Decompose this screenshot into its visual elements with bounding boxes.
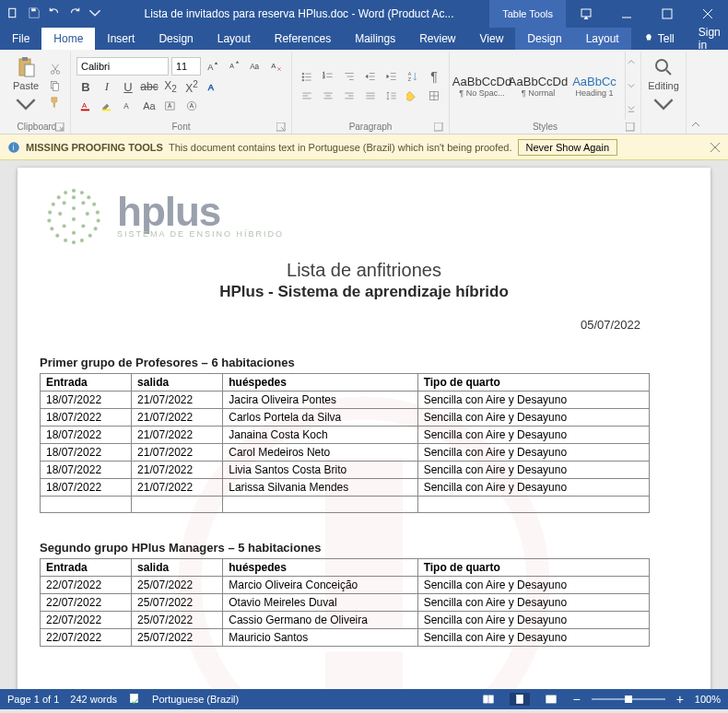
zoom-slider[interactable] bbox=[592, 698, 665, 700]
shrink-font-icon[interactable]: A bbox=[225, 58, 243, 75]
cell[interactable]: 25/07/2022 bbox=[132, 629, 223, 647]
status-language[interactable]: Portuguese (Brazil) bbox=[152, 694, 239, 705]
table-row[interactable]: 18/07/202221/07/2022Larissa Silvania Men… bbox=[41, 479, 650, 497]
cell[interactable]: Mauricio Santos bbox=[223, 629, 417, 647]
read-mode-icon[interactable] bbox=[478, 693, 499, 706]
highlight-icon[interactable] bbox=[98, 98, 116, 114]
never-show-again-button[interactable]: Never Show Again bbox=[518, 139, 618, 156]
table-group2[interactable]: Entrada salida huéspedes Tipo de quarto … bbox=[40, 558, 650, 647]
table-row[interactable]: 18/07/202221/07/2022Carlos Portela da Si… bbox=[41, 409, 650, 427]
cell[interactable]: Marcio Oliveira Conceição bbox=[223, 577, 417, 594]
align-right-icon[interactable] bbox=[340, 88, 358, 104]
justify-icon[interactable] bbox=[361, 88, 380, 104]
table-group1[interactable]: Entrada salida huéspedes Tipo de quarto … bbox=[40, 373, 650, 513]
qat-dropdown-icon[interactable] bbox=[88, 6, 101, 22]
tab-insert[interactable]: Insert bbox=[95, 28, 147, 50]
cell[interactable]: 22/07/2022 bbox=[41, 577, 132, 594]
cell[interactable]: 18/07/2022 bbox=[41, 392, 132, 409]
ribbon-options-icon[interactable] bbox=[566, 0, 606, 28]
multilevel-icon[interactable] bbox=[340, 68, 358, 85]
align-center-icon[interactable] bbox=[319, 88, 337, 104]
dialog-launcher-icon[interactable] bbox=[626, 123, 635, 132]
sign-in[interactable]: Sign in bbox=[687, 28, 728, 50]
tab-table-layout[interactable]: Layout bbox=[574, 28, 631, 50]
font-color-icon[interactable]: A bbox=[76, 98, 95, 114]
editing-button[interactable]: Editing bbox=[647, 52, 680, 120]
char-border-icon[interactable]: A bbox=[161, 98, 180, 114]
redo-icon[interactable] bbox=[68, 6, 81, 22]
table-row[interactable] bbox=[41, 497, 650, 513]
paste-button[interactable]: Paste bbox=[9, 52, 42, 120]
cell[interactable]: 21/07/2022 bbox=[132, 462, 223, 479]
cell[interactable]: 22/07/2022 bbox=[41, 629, 132, 647]
grow-font-icon[interactable]: A bbox=[204, 58, 222, 75]
cell[interactable]: 21/07/2022 bbox=[132, 427, 223, 444]
maximize-icon[interactable] bbox=[647, 0, 687, 28]
styles-expand[interactable] bbox=[625, 52, 635, 120]
cell[interactable]: 22/07/2022 bbox=[41, 612, 132, 629]
status-page[interactable]: Page 1 of 1 bbox=[7, 694, 59, 705]
italic-icon[interactable]: I bbox=[98, 78, 116, 95]
show-marks-icon[interactable]: ¶ bbox=[425, 68, 443, 85]
tell-me[interactable]: Tell bbox=[631, 28, 687, 50]
dialog-launcher-icon[interactable] bbox=[434, 123, 443, 132]
enclose-char-icon[interactable]: A bbox=[182, 98, 201, 114]
zoom-level[interactable]: 100% bbox=[695, 694, 721, 705]
cell[interactable]: Carol Medeiros Neto bbox=[223, 444, 417, 462]
tab-mailings[interactable]: Mailings bbox=[343, 28, 407, 50]
document-area[interactable]: hplus SISTEMA DE ENSINO HÍBRIDO Lista de… bbox=[0, 160, 728, 689]
table-row[interactable]: 18/07/202221/07/2022Carol Medeiros NetoS… bbox=[41, 444, 650, 462]
cell[interactable]: 18/07/2022 bbox=[41, 462, 132, 479]
web-layout-icon[interactable] bbox=[541, 693, 561, 706]
cell[interactable]: Sencilla con Aire y Desayuno bbox=[417, 629, 649, 647]
cell[interactable]: Otavio Meireles Duval bbox=[223, 594, 417, 612]
close-msgbar-icon[interactable] bbox=[710, 142, 721, 153]
cell[interactable]: Sencilla con Aire y Desayuno bbox=[417, 479, 649, 497]
increase-indent-icon[interactable] bbox=[382, 68, 401, 85]
cell[interactable]: Sencilla con Aire y Desayuno bbox=[417, 612, 649, 629]
superscript-icon[interactable]: X2 bbox=[182, 78, 201, 95]
close-icon[interactable] bbox=[687, 0, 728, 28]
table-row[interactable]: 22/07/202225/07/2022Mauricio SantosSenci… bbox=[41, 629, 650, 647]
copy-icon[interactable] bbox=[46, 77, 65, 94]
tab-review[interactable]: Review bbox=[407, 28, 467, 50]
cell[interactable]: Sencilla con Aire y Desayuno bbox=[417, 444, 649, 462]
style-card[interactable]: AaBbCcDd¶ No Spac... bbox=[455, 62, 509, 110]
status-words[interactable]: 242 words bbox=[70, 694, 117, 705]
cell[interactable]: 21/07/2022 bbox=[132, 479, 223, 497]
font-name-combo[interactable] bbox=[76, 57, 169, 76]
cell[interactable]: 25/07/2022 bbox=[132, 577, 223, 594]
align-left-icon[interactable] bbox=[298, 88, 316, 104]
cell[interactable]: 21/07/2022 bbox=[132, 444, 223, 462]
table-row[interactable]: 18/07/202221/07/2022Jacira Oliveira Pont… bbox=[41, 392, 650, 409]
print-layout-icon[interactable] bbox=[510, 693, 530, 706]
underline-icon[interactable]: U bbox=[119, 78, 137, 95]
cell[interactable]: Sencilla con Aire y Desayuno bbox=[417, 392, 649, 409]
table-row[interactable]: 18/07/202221/07/2022Livia Santos Costa B… bbox=[41, 462, 650, 479]
cell[interactable]: Janaina Costa Koch bbox=[223, 427, 417, 444]
tab-file[interactable]: File bbox=[0, 28, 41, 50]
cell[interactable]: Larissa Silvania Mendes bbox=[223, 479, 417, 497]
line-spacing-icon[interactable] bbox=[382, 88, 401, 104]
cell[interactable]: Jacira Oliveira Pontes bbox=[223, 392, 417, 409]
cell[interactable]: 21/07/2022 bbox=[132, 409, 223, 427]
tab-view[interactable]: View bbox=[468, 28, 516, 50]
cell[interactable]: 25/07/2022 bbox=[132, 612, 223, 629]
strike-icon[interactable]: abc bbox=[140, 78, 159, 95]
cell[interactable]: Livia Santos Costa Brito bbox=[223, 462, 417, 479]
minimize-icon[interactable] bbox=[606, 0, 647, 28]
numbering-icon[interactable]: 12 bbox=[319, 68, 337, 85]
cell[interactable]: 22/07/2022 bbox=[41, 594, 132, 612]
cell[interactable]: Sencilla con Aire y Desayuno bbox=[417, 594, 649, 612]
cell[interactable]: Sencilla con Aire y Desayuno bbox=[417, 462, 649, 479]
undo-icon[interactable] bbox=[48, 6, 61, 22]
bold-icon[interactable]: B bbox=[76, 78, 95, 95]
table-row[interactable]: 22/07/202225/07/2022Cassio Germano de Ol… bbox=[41, 612, 650, 629]
text-effects-icon[interactable]: A bbox=[204, 78, 222, 95]
tab-design[interactable]: Design bbox=[147, 28, 205, 50]
spellcheck-icon[interactable] bbox=[128, 692, 141, 707]
tab-layout[interactable]: Layout bbox=[205, 28, 263, 50]
bullets-icon[interactable] bbox=[298, 68, 316, 85]
table-row[interactable]: 22/07/202225/07/2022Marcio Oliveira Conc… bbox=[41, 577, 650, 594]
cell[interactable]: 25/07/2022 bbox=[132, 594, 223, 612]
